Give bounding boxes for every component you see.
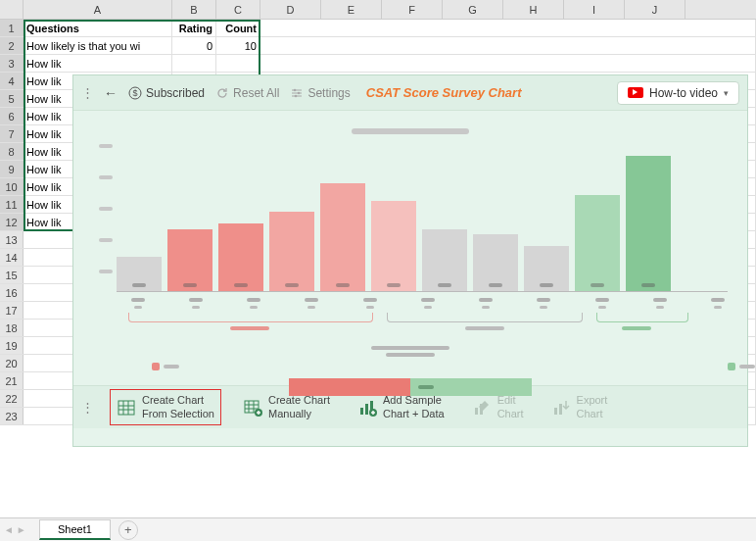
cell[interactable]: How lik [24, 55, 172, 72]
row-header[interactable]: 13 [0, 231, 24, 248]
row-header[interactable]: 1 [0, 20, 24, 36]
subscribed-button[interactable]: $ Subscribed [127, 85, 205, 100]
b1-line2: From Selection [142, 408, 214, 420]
cell[interactable]: 0 [172, 37, 216, 54]
col-header-j[interactable]: J [625, 0, 685, 19]
cell[interactable] [260, 37, 756, 54]
youtube-icon [628, 87, 643, 98]
row-header[interactable]: 14 [0, 249, 24, 266]
grid-row[interactable]: 3How lik [0, 55, 756, 73]
stacked-row-labels [93, 363, 728, 370]
b5-line2: Chart [577, 408, 608, 420]
cell[interactable] [260, 55, 756, 72]
col-header-g[interactable]: G [443, 0, 503, 19]
select-all-corner[interactable] [0, 0, 24, 19]
row-header[interactable]: 18 [0, 320, 24, 336]
cell[interactable]: 10 [216, 37, 260, 54]
reset-icon [214, 85, 229, 100]
row-header[interactable]: 8 [0, 143, 24, 160]
row-header[interactable]: 20 [0, 355, 24, 371]
grid-row[interactable]: 2How likely is that you wi010 [0, 37, 756, 55]
row-header[interactable]: 7 [0, 125, 24, 142]
b3-line2: Chart + Data [383, 408, 445, 420]
row-header[interactable]: 23 [0, 408, 24, 424]
col-header-c[interactable]: C [216, 0, 260, 19]
grid-row[interactable]: 1QuestionsRatingCount [0, 20, 756, 37]
summary-dash [371, 346, 449, 350]
sheet-tab-sheet1[interactable]: Sheet1 [39, 519, 111, 540]
cell[interactable] [172, 55, 216, 72]
reset-label: Reset All [233, 86, 279, 100]
axis-label-dash [595, 298, 609, 302]
bracket-label [465, 326, 504, 330]
settings-button[interactable]: Settings [289, 85, 350, 100]
col-header-e[interactable]: E [321, 0, 382, 19]
row-header[interactable]: 6 [0, 108, 24, 124]
cell[interactable] [216, 55, 260, 72]
axis-tick [99, 270, 113, 273]
drag-handle-icon[interactable]: ⋮ [81, 91, 94, 94]
grid-select-icon [117, 398, 136, 418]
create-from-selection-button[interactable]: Create ChartFrom Selection [110, 389, 221, 424]
row-header[interactable]: 2 [0, 37, 24, 54]
col-header-h[interactable]: H [503, 0, 564, 19]
add-sheet-button[interactable]: + [118, 520, 138, 540]
bracket-positive [596, 313, 688, 322]
row-header[interactable]: 3 [0, 55, 24, 72]
pane-toolbar: ⋮ ← $ Subscribed Reset All Settings CSAT… [73, 75, 747, 111]
axis-label-dash [711, 298, 725, 302]
col-header-f[interactable]: F [382, 0, 443, 19]
axis-label-dash [598, 306, 606, 309]
chart-preview [73, 111, 747, 385]
col-header-i[interactable]: I [564, 0, 625, 19]
col-header-b[interactable]: B [172, 0, 216, 19]
row-header[interactable]: 9 [0, 161, 24, 177]
column-header-row: A B C D E F G H I J [0, 0, 756, 20]
chart-bar [575, 195, 620, 291]
bar-value-dash [591, 283, 604, 287]
chart-baseline [117, 291, 728, 292]
svg-rect-21 [360, 408, 363, 415]
svg-rect-8 [118, 401, 134, 415]
cell[interactable]: Rating [172, 20, 216, 36]
row-header[interactable]: 15 [0, 267, 24, 283]
row-header[interactable]: 11 [0, 196, 24, 213]
row-header[interactable]: 10 [0, 178, 24, 195]
col-header-a[interactable]: A [24, 0, 172, 19]
reset-button[interactable]: Reset All [214, 85, 279, 100]
row-header[interactable]: 21 [0, 372, 24, 389]
bracket-negative [128, 313, 373, 322]
cell[interactable]: Questions [24, 20, 172, 36]
axis-label-dash [131, 298, 145, 302]
svg-text:$: $ [132, 88, 137, 98]
dollar-icon: $ [127, 85, 142, 100]
chart-bar [422, 229, 467, 291]
cell[interactable] [260, 20, 756, 36]
drag-handle-icon[interactable]: ⋮ [81, 406, 94, 409]
cell[interactable]: How likely is that you wi [24, 37, 172, 54]
bar-value-dash [387, 283, 401, 287]
row-header[interactable]: 5 [0, 90, 24, 107]
dash [739, 365, 755, 369]
settings-label: Settings [307, 86, 350, 100]
chart-bar [320, 183, 365, 291]
axis-label-dash [192, 306, 200, 309]
row-header[interactable]: 22 [0, 390, 24, 407]
row-header[interactable]: 4 [0, 73, 24, 89]
back-button[interactable]: ← [104, 85, 118, 101]
bar-value-dash [285, 283, 299, 287]
row-header[interactable]: 19 [0, 337, 24, 354]
howto-video-button[interactable]: How-to video ▾ [617, 81, 739, 105]
axis-label-dash [540, 306, 547, 309]
axis-label-dash [421, 298, 435, 302]
row-header[interactable]: 17 [0, 302, 24, 319]
row-header[interactable]: 12 [0, 214, 24, 230]
cell[interactable]: Count [216, 20, 260, 36]
axis-label-dash [307, 306, 315, 309]
chart-bars [93, 144, 728, 291]
chart-summary-rows [93, 346, 728, 357]
row-header[interactable]: 16 [0, 284, 24, 301]
axis-label-dash [424, 306, 432, 309]
tab-scroll-arrows[interactable]: ◄ ► [4, 524, 26, 535]
col-header-d[interactable]: D [260, 0, 321, 19]
